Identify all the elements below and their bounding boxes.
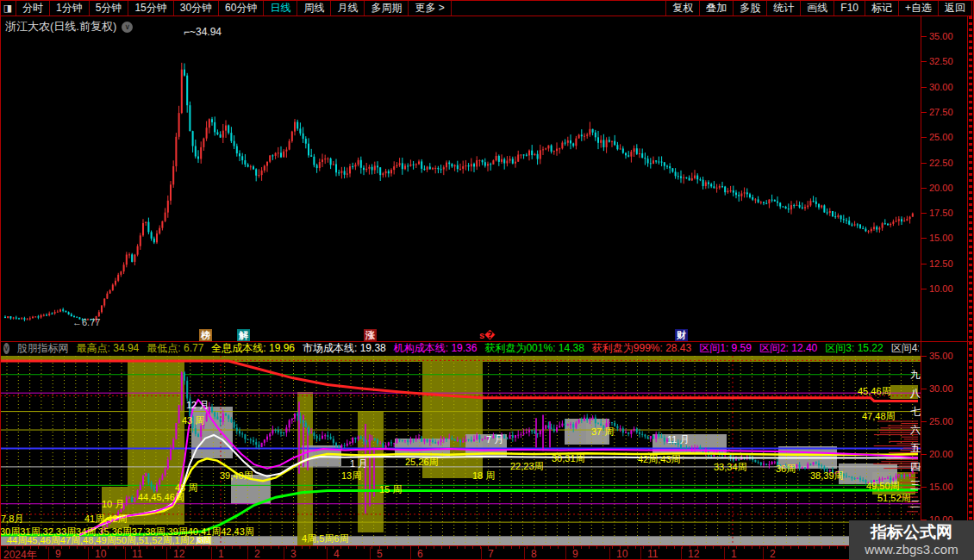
indicator-header: ∨ 股朋指标网 最高点: 34.94最低点: 6.77全息成本线: 19.96市…: [3, 343, 919, 354]
vertical-scrollbar[interactable]: [969, 16, 972, 559]
axis-tick: [921, 238, 927, 239]
site-watermark: 指标公式网 www.zbgs3.com: [849, 520, 974, 560]
toolbar-item-月线[interactable]: 月线: [331, 0, 365, 16]
month-divider: [48, 547, 49, 560]
top-toolbar: ◨ 分时1分钟5分钟15分钟30分钟60分钟日线周线月线多周期更多 > 复权叠加…: [0, 0, 972, 16]
watermark-url: www.zbgs3.com: [865, 542, 958, 557]
month-divider: [481, 547, 482, 560]
axis-tick: [921, 213, 927, 214]
month-divider: [681, 547, 682, 560]
toolbar-item-更多 >[interactable]: 更多 >: [409, 0, 451, 16]
year-label: 2024年: [3, 548, 37, 560]
indicator-field-获利盘为999%: 获利盘为999%: 28.43: [592, 343, 691, 354]
window-panel-icon[interactable]: ◨: [0, 0, 16, 16]
axis-tick: [921, 356, 927, 357]
indicator-field-市场成本线: 市场成本线: 19.38: [303, 343, 386, 354]
month-label: 6: [417, 548, 423, 560]
toolbar-item-分时[interactable]: 分时: [16, 0, 50, 16]
marker-badge-涨[interactable]: 涨: [364, 329, 377, 341]
price-axis-label: 25.00: [929, 132, 967, 142]
toolbar-item-日线[interactable]: 日线: [264, 0, 297, 16]
price-axis-label: 32.50: [929, 56, 967, 66]
marker-badge-榜[interactable]: 榜: [199, 329, 212, 341]
toolbar-item-多周期[interactable]: 多周期: [365, 0, 409, 16]
panel-separator: [0, 341, 974, 342]
month-label: 7: [488, 548, 494, 560]
toolbar-item-30分钟[interactable]: 30分钟: [174, 0, 219, 16]
toolbar-item-标记[interactable]: 标记: [865, 0, 899, 16]
month-label: 12: [173, 548, 184, 560]
axis-tick: [921, 188, 927, 189]
month-label: 4: [334, 548, 340, 560]
month-label: 5: [377, 548, 383, 560]
chevron-down-icon[interactable]: ∨: [3, 343, 9, 354]
marker-badge-s�﻿[interactable]: s�: [478, 329, 496, 341]
toolbar-item-画线[interactable]: 画线: [801, 0, 834, 16]
price-axis-label: 15.00: [929, 482, 967, 492]
toolbar-item-15分钟[interactable]: 15分钟: [128, 0, 173, 16]
chevron-down-icon[interactable]: ∨: [122, 22, 133, 33]
toolbar-item-F10[interactable]: F10: [834, 0, 865, 16]
price-axis-label: 35.00: [929, 31, 967, 41]
axis-tick: [921, 163, 927, 164]
month-label: 8: [531, 548, 537, 560]
toolbar-item-返回[interactable]: 返回: [939, 0, 972, 16]
indicator-field-区间2: 区间2: 12.40: [759, 343, 817, 354]
month-divider: [410, 547, 411, 560]
month-divider: [247, 547, 248, 560]
toolbar-item-1分钟[interactable]: 1分钟: [50, 0, 90, 16]
month-divider: [327, 547, 328, 560]
month-label: 9: [55, 548, 61, 560]
month-divider: [125, 547, 126, 560]
marker-badge-解[interactable]: 解: [237, 329, 250, 341]
month-divider: [166, 547, 167, 560]
toolbar-item-5分钟[interactable]: 5分钟: [90, 0, 129, 16]
axis-tick: [921, 389, 927, 389]
price-axis-label: 15.00: [929, 233, 967, 243]
action-menu: 复权叠加多股统计画线F10标记+自选返回: [665, 0, 972, 16]
main-candle-chart-area[interactable]: [0, 16, 921, 341]
indicator-source[interactable]: 股朋指标网: [17, 343, 69, 354]
price-axis-label: 17.50: [929, 208, 967, 218]
price-axis-label: 10.00: [929, 283, 967, 294]
month-label: 3: [290, 548, 297, 560]
scrollbar-thumb[interactable]: [197, 537, 210, 544]
price-axis-label: 25.00: [929, 416, 967, 426]
month-label: 1: [731, 548, 737, 560]
indicator-field-最高点: 最高点: 34.94: [77, 343, 140, 354]
price-axis-label: 27.50: [929, 107, 967, 117]
border-top: [0, 0, 974, 1]
month-label: 11: [647, 548, 658, 560]
toolbar-item-60分钟[interactable]: 60分钟: [219, 0, 264, 16]
axis-tick: [921, 454, 927, 455]
toolbar-item-周线[interactable]: 周线: [297, 0, 331, 16]
month-label: 10: [616, 548, 627, 560]
price-axis-label: 30.00: [929, 383, 967, 394]
month-divider: [370, 547, 371, 560]
scroll-divider: [967, 16, 968, 560]
month-divider: [211, 547, 212, 560]
price-axis-label: 12.50: [929, 258, 967, 269]
indicator-field-机构成本线: 机构成本线: 19.36: [394, 343, 478, 354]
toolbar-item-统计[interactable]: 统计: [767, 0, 801, 16]
indicator-panel-area[interactable]: [0, 355, 921, 536]
axis-tick: [921, 421, 927, 422]
toolbar-item-+自选[interactable]: +自选: [899, 0, 939, 16]
indicator-field-最低点: 最低点: 6.77: [147, 343, 203, 354]
month-label: 12: [688, 548, 699, 560]
toolbar-item-复权[interactable]: 复权: [665, 0, 700, 16]
stock-title: 浙江大农(日线.前复权): [5, 19, 116, 34]
period-menu: ◨ 分时1分钟5分钟15分钟30分钟60分钟日线周线月线多周期更多 >: [0, 0, 452, 16]
indicator-field-获利盘为001%: 获利盘为001%: 14.38: [484, 343, 584, 354]
axis-minor-ticks: [0, 546, 921, 549]
toolbar-item-叠加[interactable]: 叠加: [700, 0, 734, 16]
month-divider: [565, 547, 566, 560]
axis-tick: [921, 112, 927, 113]
month-label: 11: [132, 548, 142, 560]
month-divider: [640, 547, 641, 560]
toolbar-item-多股[interactable]: 多股: [734, 0, 767, 16]
indicator-field-区间1: 区间1: 9.59: [699, 343, 752, 354]
axis-divider: [921, 16, 921, 560]
marker-badge-财[interactable]: 财: [675, 329, 688, 341]
horizontal-scrollbar[interactable]: [0, 536, 921, 545]
